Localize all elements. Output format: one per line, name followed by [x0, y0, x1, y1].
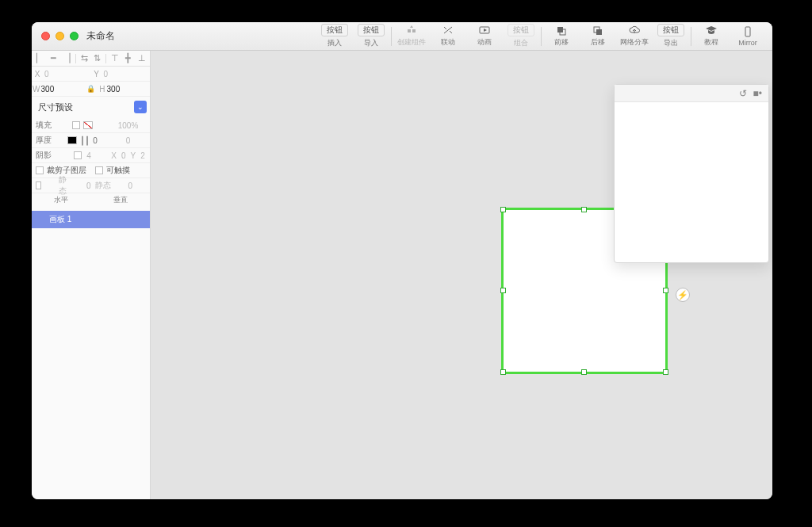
shadow-blur[interactable]: 4	[86, 151, 91, 160]
align-top-icon[interactable]: ⊤	[109, 53, 120, 64]
app-window: 未命名 按钮 插入 按钮 导入 创建组件 联动 动画	[32, 22, 772, 499]
axis-labels: 水平 垂直	[32, 193, 150, 206]
constraint-row: 静态 0 静态 0	[32, 178, 150, 193]
size-preset-dropdown[interactable]: 尺寸预设 ⌄	[35, 98, 147, 116]
align-right-icon[interactable]: ▕	[62, 53, 72, 64]
group-button[interactable]: 按钮 组合	[503, 22, 539, 50]
animate-button[interactable]: 动画	[466, 22, 503, 50]
forward-icon	[555, 25, 568, 36]
distribute-h-icon[interactable]: ⇆	[79, 53, 90, 64]
resize-handle-se[interactable]	[663, 369, 668, 375]
border-row: 厚度 ┃┃ 0 0	[32, 133, 150, 148]
align-center-h-icon[interactable]: ━	[48, 53, 59, 64]
options-row: 裁剪子图层 可触摸	[32, 163, 150, 178]
lightning-icon: ⚡	[677, 290, 688, 300]
height-field[interactable]	[107, 85, 150, 94]
fill-swatch[interactable]	[83, 121, 93, 129]
y-label: Y	[91, 70, 102, 78]
share-button[interactable]: 网络分享	[616, 22, 653, 50]
preview-panel-header: ↺ ■•	[615, 85, 768, 102]
constraint-v-value[interactable]: 0	[128, 181, 133, 190]
h-label: H	[98, 85, 107, 94]
width-field[interactable]	[41, 85, 84, 94]
export-button[interactable]: 按钮 导出	[653, 22, 689, 50]
send-backward-button[interactable]: 后移	[580, 22, 616, 50]
titlebar: 未命名 按钮 插入 按钮 导入 创建组件 联动 动画	[32, 22, 772, 51]
toolbar: 按钮 插入 按钮 导入 创建组件 联动 动画 按钮 组合	[316, 22, 772, 50]
graduation-icon	[705, 25, 718, 36]
separator	[105, 54, 106, 63]
fill-enabled-checkbox[interactable]	[72, 121, 80, 129]
undo-icon[interactable]: ↺	[739, 88, 747, 99]
shadow-x[interactable]: 0	[121, 151, 126, 160]
preview-panel[interactable]: ↺ ■•	[614, 84, 769, 263]
border-width[interactable]: 0	[106, 136, 150, 145]
cloud-icon	[628, 25, 641, 36]
shadow-y[interactable]: 2	[140, 151, 145, 160]
layer-item-artboard[interactable]: 画板 1	[32, 211, 150, 228]
app-body: ▏ ━ ▕ ⇆ ⇅ ⊤ ╋ ⊥ X 0 Y 0	[32, 51, 772, 499]
window-title: 未命名	[86, 29, 115, 43]
import-button[interactable]: 按钮 导入	[353, 22, 389, 50]
component-icon	[405, 25, 418, 36]
fill-opacity[interactable]: 100%	[106, 121, 150, 130]
align-left-icon[interactable]: ▏	[35, 53, 45, 64]
backward-icon	[592, 25, 604, 36]
clip-checkbox[interactable]	[36, 166, 44, 174]
close-icon[interactable]	[41, 32, 50, 40]
toolbar-separator	[691, 27, 691, 46]
mirror-button[interactable]: Mirror	[730, 22, 766, 50]
zoom-icon[interactable]	[70, 32, 79, 40]
camera-icon[interactable]: ■•	[753, 88, 762, 99]
insert-button[interactable]: 按钮 插入	[316, 22, 353, 50]
w-label: W	[32, 85, 41, 94]
bring-forward-button[interactable]: 前移	[543, 22, 580, 50]
constraint-h-checkbox[interactable]	[36, 181, 41, 189]
resize-handle-w[interactable]	[500, 288, 506, 293]
tutorial-button[interactable]: 教程	[693, 22, 730, 50]
separator	[75, 54, 76, 63]
resize-handle-s[interactable]	[581, 369, 587, 375]
animate-icon	[478, 25, 491, 36]
border-dash[interactable]: 0	[93, 136, 98, 145]
chevron-down-icon: ⌄	[134, 101, 147, 113]
resize-handle-e[interactable]	[663, 288, 668, 293]
phone-icon	[741, 26, 754, 37]
resize-handle-nw[interactable]	[500, 207, 506, 212]
axis-h-label: 水平	[32, 193, 91, 206]
minimize-icon[interactable]	[56, 32, 64, 40]
toolbar-separator	[391, 27, 392, 46]
size-row: W 🔒 H	[32, 82, 150, 97]
resize-handle-sw[interactable]	[500, 369, 506, 375]
interaction-handle[interactable]: ⚡	[676, 288, 690, 302]
link-icon	[442, 25, 454, 36]
shadow-label: 阴影	[32, 150, 59, 161]
axis-v-label: 垂直	[91, 193, 151, 206]
fill-row: 填充 100%	[32, 118, 150, 133]
constraint-v-mode[interactable]: 静态	[95, 180, 111, 191]
touchable-checkbox[interactable]	[95, 166, 103, 174]
border-swatch[interactable]	[67, 136, 77, 144]
x-label: X	[32, 70, 43, 78]
canvas[interactable]: ⚡ ↺ ■•	[151, 51, 772, 499]
align-bottom-icon[interactable]: ⊥	[136, 53, 147, 64]
svg-rect-5	[745, 27, 750, 36]
y-value[interactable]: 0	[102, 70, 151, 78]
shadow-enabled-checkbox[interactable]	[74, 151, 82, 159]
fill-label: 填充	[32, 120, 59, 131]
preset-label: 尺寸预设	[38, 101, 73, 113]
window-controls	[32, 32, 79, 40]
lock-aspect-icon[interactable]: 🔒	[84, 85, 98, 93]
x-value[interactable]: 0	[43, 70, 91, 78]
position-row: X 0 Y 0	[32, 67, 150, 82]
alignment-toolbar: ▏ ━ ▕ ⇆ ⇅ ⊤ ╋ ⊥	[32, 51, 150, 67]
distribute-v-icon[interactable]: ⇅	[92, 53, 102, 64]
make-component-button[interactable]: 创建组件	[393, 22, 430, 50]
layer-item-label: 画板 1	[49, 214, 71, 225]
align-middle-icon[interactable]: ╋	[123, 53, 133, 64]
touchable-label: 可触摸	[106, 165, 130, 176]
resize-handle-n[interactable]	[581, 207, 587, 212]
border-label: 厚度	[32, 135, 59, 146]
link-button[interactable]: 联动	[430, 22, 466, 50]
toolbar-separator	[541, 27, 542, 46]
